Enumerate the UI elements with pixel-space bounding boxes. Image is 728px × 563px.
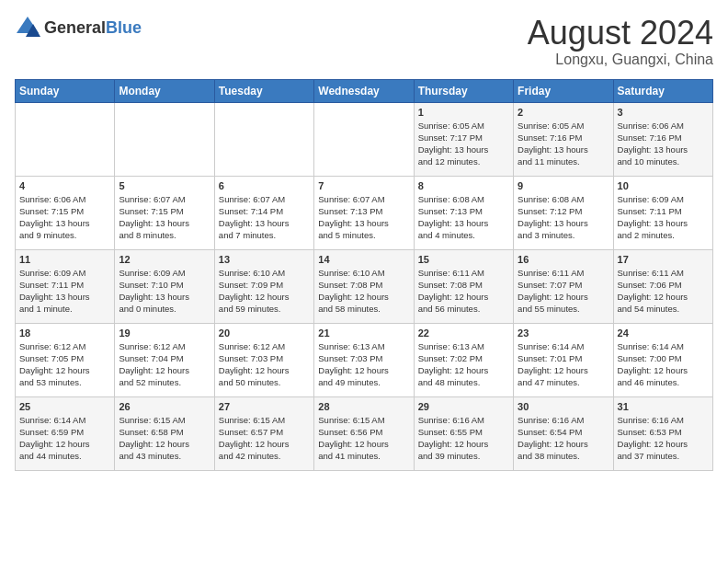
calendar-cell: 21Sunrise: 6:13 AM Sunset: 7:03 PM Dayli… bbox=[314, 323, 414, 396]
day-info: Sunrise: 6:10 AM Sunset: 7:08 PM Dayligh… bbox=[318, 267, 409, 316]
day-number: 5 bbox=[119, 180, 210, 191]
day-number: 16 bbox=[518, 254, 609, 265]
calendar-week-row: 18Sunrise: 6:12 AM Sunset: 7:05 PM Dayli… bbox=[16, 323, 713, 396]
day-number: 19 bbox=[119, 327, 210, 339]
calendar-cell bbox=[314, 102, 414, 176]
calendar-cell: 3Sunrise: 6:06 AM Sunset: 7:16 PM Daylig… bbox=[613, 102, 712, 176]
calendar-cell: 24Sunrise: 6:14 AM Sunset: 7:00 PM Dayli… bbox=[613, 323, 712, 396]
calendar-cell bbox=[16, 102, 115, 176]
day-number: 15 bbox=[418, 254, 509, 265]
day-info: Sunrise: 6:13 AM Sunset: 7:02 PM Dayligh… bbox=[418, 340, 509, 389]
day-info: Sunrise: 6:15 AM Sunset: 6:56 PM Dayligh… bbox=[318, 414, 409, 463]
day-number: 3 bbox=[618, 107, 709, 118]
day-info: Sunrise: 6:09 AM Sunset: 7:11 PM Dayligh… bbox=[618, 193, 709, 242]
location-subtitle: Longxu, Guangxi, China bbox=[528, 52, 713, 68]
day-info: Sunrise: 6:06 AM Sunset: 7:16 PM Dayligh… bbox=[618, 120, 709, 168]
day-info: Sunrise: 6:12 AM Sunset: 7:03 PM Dayligh… bbox=[219, 340, 310, 389]
day-info: Sunrise: 6:15 AM Sunset: 6:57 PM Dayligh… bbox=[219, 414, 310, 463]
day-number: 14 bbox=[318, 254, 409, 265]
column-header-thursday: Thursday bbox=[414, 79, 513, 102]
day-info: Sunrise: 6:08 AM Sunset: 7:12 PM Dayligh… bbox=[518, 193, 609, 242]
day-info: Sunrise: 6:06 AM Sunset: 7:15 PM Dayligh… bbox=[19, 193, 110, 242]
day-number: 12 bbox=[119, 254, 210, 265]
calendar-cell: 19Sunrise: 6:12 AM Sunset: 7:04 PM Dayli… bbox=[115, 323, 214, 396]
day-info: Sunrise: 6:16 AM Sunset: 6:55 PM Dayligh… bbox=[418, 414, 509, 463]
day-number: 20 bbox=[219, 327, 310, 339]
calendar-week-row: 1Sunrise: 6:05 AM Sunset: 7:17 PM Daylig… bbox=[16, 102, 713, 176]
day-info: Sunrise: 6:14 AM Sunset: 6:59 PM Dayligh… bbox=[19, 414, 110, 463]
day-info: Sunrise: 6:09 AM Sunset: 7:11 PM Dayligh… bbox=[19, 267, 110, 316]
day-info: Sunrise: 6:12 AM Sunset: 7:05 PM Dayligh… bbox=[19, 340, 110, 389]
day-number: 17 bbox=[618, 254, 709, 265]
calendar-cell: 12Sunrise: 6:09 AM Sunset: 7:10 PM Dayli… bbox=[115, 249, 214, 323]
column-header-saturday: Saturday bbox=[613, 79, 712, 102]
calendar-cell: 10Sunrise: 6:09 AM Sunset: 7:11 PM Dayli… bbox=[613, 176, 712, 249]
day-info: Sunrise: 6:12 AM Sunset: 7:04 PM Dayligh… bbox=[119, 340, 210, 389]
calendar-cell: 13Sunrise: 6:10 AM Sunset: 7:09 PM Dayli… bbox=[214, 249, 313, 323]
calendar-cell: 8Sunrise: 6:08 AM Sunset: 7:13 PM Daylig… bbox=[414, 176, 513, 249]
day-info: Sunrise: 6:07 AM Sunset: 7:14 PM Dayligh… bbox=[219, 193, 310, 242]
day-number: 30 bbox=[518, 401, 609, 412]
calendar-week-row: 25Sunrise: 6:14 AM Sunset: 6:59 PM Dayli… bbox=[16, 396, 713, 470]
calendar-cell: 7Sunrise: 6:07 AM Sunset: 7:13 PM Daylig… bbox=[314, 176, 414, 249]
day-number: 25 bbox=[19, 401, 110, 412]
day-number: 27 bbox=[219, 401, 310, 412]
day-number: 29 bbox=[418, 401, 509, 412]
day-number: 7 bbox=[318, 180, 409, 191]
day-number: 9 bbox=[518, 180, 609, 191]
day-number: 1 bbox=[418, 107, 509, 118]
day-number: 8 bbox=[418, 180, 509, 191]
calendar-cell: 18Sunrise: 6:12 AM Sunset: 7:05 PM Dayli… bbox=[16, 323, 115, 396]
calendar-cell: 11Sunrise: 6:09 AM Sunset: 7:11 PM Dayli… bbox=[16, 249, 115, 323]
day-info: Sunrise: 6:11 AM Sunset: 7:07 PM Dayligh… bbox=[518, 267, 609, 316]
calendar-cell: 26Sunrise: 6:15 AM Sunset: 6:58 PM Dayli… bbox=[115, 396, 214, 470]
logo-icon bbox=[15, 15, 40, 40]
calendar-cell: 2Sunrise: 6:05 AM Sunset: 7:16 PM Daylig… bbox=[514, 102, 613, 176]
day-info: Sunrise: 6:15 AM Sunset: 6:58 PM Dayligh… bbox=[119, 414, 210, 463]
day-number: 24 bbox=[618, 327, 709, 339]
logo: GeneralBlue bbox=[15, 15, 142, 40]
calendar-cell: 27Sunrise: 6:15 AM Sunset: 6:57 PM Dayli… bbox=[214, 396, 313, 470]
day-info: Sunrise: 6:05 AM Sunset: 7:16 PM Dayligh… bbox=[518, 120, 609, 168]
day-info: Sunrise: 6:11 AM Sunset: 7:08 PM Dayligh… bbox=[418, 267, 509, 316]
calendar-cell: 15Sunrise: 6:11 AM Sunset: 7:08 PM Dayli… bbox=[414, 249, 513, 323]
calendar-cell bbox=[214, 102, 313, 176]
calendar-cell: 4Sunrise: 6:06 AM Sunset: 7:15 PM Daylig… bbox=[16, 176, 115, 249]
calendar-cell: 25Sunrise: 6:14 AM Sunset: 6:59 PM Dayli… bbox=[16, 396, 115, 470]
day-info: Sunrise: 6:16 AM Sunset: 6:53 PM Dayligh… bbox=[618, 414, 709, 463]
day-info: Sunrise: 6:13 AM Sunset: 7:03 PM Dayligh… bbox=[318, 340, 409, 389]
calendar-cell: 30Sunrise: 6:16 AM Sunset: 6:54 PM Dayli… bbox=[514, 396, 613, 470]
day-info: Sunrise: 6:05 AM Sunset: 7:17 PM Dayligh… bbox=[418, 120, 509, 168]
calendar-cell: 23Sunrise: 6:14 AM Sunset: 7:01 PM Dayli… bbox=[514, 323, 613, 396]
day-number: 10 bbox=[618, 180, 709, 191]
day-number: 31 bbox=[618, 401, 709, 412]
day-number: 4 bbox=[19, 180, 110, 191]
column-header-sunday: Sunday bbox=[16, 79, 115, 102]
month-year-title: August 2024 bbox=[528, 15, 713, 52]
day-info: Sunrise: 6:07 AM Sunset: 7:15 PM Dayligh… bbox=[119, 193, 210, 242]
calendar-week-row: 11Sunrise: 6:09 AM Sunset: 7:11 PM Dayli… bbox=[16, 249, 713, 323]
calendar-cell: 28Sunrise: 6:15 AM Sunset: 6:56 PM Dayli… bbox=[314, 396, 414, 470]
calendar-cell: 16Sunrise: 6:11 AM Sunset: 7:07 PM Dayli… bbox=[514, 249, 613, 323]
day-info: Sunrise: 6:11 AM Sunset: 7:06 PM Dayligh… bbox=[618, 267, 709, 316]
calendar-cell: 31Sunrise: 6:16 AM Sunset: 6:53 PM Dayli… bbox=[613, 396, 712, 470]
column-header-wednesday: Wednesday bbox=[314, 79, 414, 102]
calendar-cell: 14Sunrise: 6:10 AM Sunset: 7:08 PM Dayli… bbox=[314, 249, 414, 323]
logo-blue-text: Blue bbox=[106, 18, 142, 37]
day-info: Sunrise: 6:07 AM Sunset: 7:13 PM Dayligh… bbox=[318, 193, 409, 242]
day-info: Sunrise: 6:14 AM Sunset: 7:01 PM Dayligh… bbox=[518, 340, 609, 389]
day-number: 11 bbox=[19, 254, 110, 265]
calendar-cell: 20Sunrise: 6:12 AM Sunset: 7:03 PM Dayli… bbox=[214, 323, 313, 396]
column-header-monday: Monday bbox=[115, 79, 214, 102]
day-number: 18 bbox=[19, 327, 110, 339]
day-number: 22 bbox=[418, 327, 509, 339]
day-number: 21 bbox=[318, 327, 409, 339]
calendar-table: SundayMondayTuesdayWednesdayThursdayFrid… bbox=[15, 79, 713, 471]
calendar-cell: 17Sunrise: 6:11 AM Sunset: 7:06 PM Dayli… bbox=[613, 249, 712, 323]
calendar-cell: 6Sunrise: 6:07 AM Sunset: 7:14 PM Daylig… bbox=[214, 176, 313, 249]
calendar-cell: 9Sunrise: 6:08 AM Sunset: 7:12 PM Daylig… bbox=[514, 176, 613, 249]
day-number: 28 bbox=[318, 401, 409, 412]
day-number: 26 bbox=[119, 401, 210, 412]
day-number: 2 bbox=[518, 107, 609, 118]
calendar-cell bbox=[115, 102, 214, 176]
